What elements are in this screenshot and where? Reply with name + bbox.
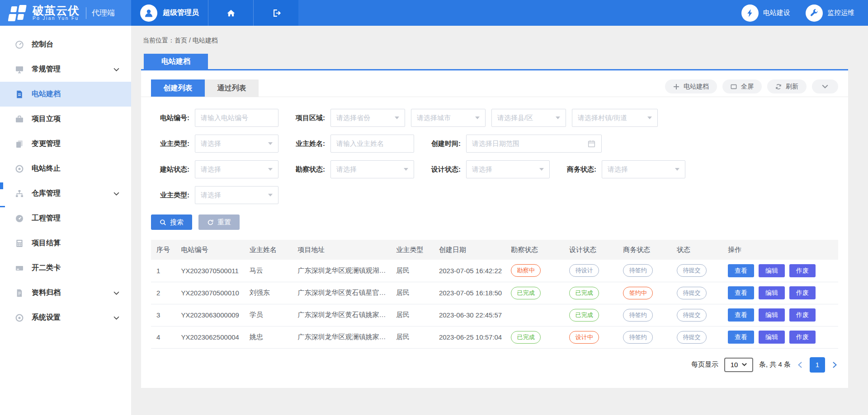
chevron-down-icon <box>822 84 828 90</box>
chevron-down-icon <box>113 191 119 196</box>
placeholder-text: 请选择日期范围 <box>472 140 519 148</box>
town-select[interactable]: 请选择村镇/街道 <box>572 109 658 127</box>
column-header: 设计状态 <box>566 240 619 260</box>
sidebar-item-data-archive[interactable]: 资料归档 <box>0 280 131 305</box>
table-row: 2YX2023070500010刘强东广东深圳龙华区黄石镇星官大...居民202… <box>151 282 838 304</box>
cell-business-status: 待签约 <box>619 326 673 348</box>
build-status-select[interactable]: 请选择 <box>195 160 278 178</box>
status-badge: 待提交 <box>677 287 707 299</box>
quick-link-monitor-ops[interactable]: 监控运维 <box>806 5 854 22</box>
status-badge: 已完成 <box>569 287 599 299</box>
quick-link-label: 监控运维 <box>827 9 854 17</box>
tab-create-list[interactable]: 创建列表 <box>151 79 205 97</box>
lightning-icon <box>741 5 759 22</box>
sidebar-item-general-management[interactable]: 常规管理 <box>0 57 131 82</box>
sidebar-item-project-settlement[interactable]: 项目结算 <box>0 231 131 256</box>
business-status-select[interactable]: 请选择 <box>602 160 685 178</box>
sidebar-item-change-management[interactable]: 变更管理 <box>0 131 131 156</box>
view-button[interactable]: 查看 <box>728 331 754 344</box>
cell-owner-type: 居民 <box>392 260 435 282</box>
prev-page-button[interactable] <box>797 361 804 368</box>
station-code-input[interactable]: 请输入电站编号 <box>195 109 278 127</box>
breadcrumb-current: 电站建档 <box>193 37 218 44</box>
user-menu[interactable]: 超级管理员 <box>131 0 208 26</box>
chevron-down-icon <box>113 290 119 296</box>
content-card: 创建列表 通过列表 电站建档 全屏 刷新 电站编 <box>141 69 848 388</box>
void-button[interactable]: 作废 <box>789 264 816 277</box>
column-header: 电站编号 <box>177 240 245 260</box>
quick-link-station-build[interactable]: 电站建设 <box>741 5 790 22</box>
void-button[interactable]: 作废 <box>789 286 816 299</box>
sidebar-item-project-initiation[interactable]: 项目立项 <box>0 107 131 131</box>
table-row: 3YX2023063000009学员广东深圳龙华区黄石镇姚家庄...居民2023… <box>151 304 838 326</box>
sidebar-item-engineering-management[interactable]: 工程管理 <box>0 206 131 231</box>
cell-index: 2 <box>151 282 177 304</box>
button-label: 电站建档 <box>684 83 709 91</box>
sidebar-scrollbar-thumb[interactable] <box>0 182 3 189</box>
page-tab-station-archive[interactable]: 电站建档 <box>144 54 208 69</box>
sidebar-item-station-archive[interactable]: 电站建档 <box>0 82 131 107</box>
logout-button[interactable] <box>253 0 298 26</box>
view-button[interactable]: 查看 <box>728 264 754 277</box>
next-page-button[interactable] <box>831 361 838 368</box>
chevron-left-icon <box>797 361 804 368</box>
district-select[interactable]: 请选择县/区 <box>491 109 566 127</box>
calendar-icon <box>587 140 596 148</box>
user-icon <box>143 8 154 19</box>
view-button[interactable]: 查看 <box>728 286 754 299</box>
placeholder-text: 请选择 <box>608 165 628 174</box>
caret-down-icon <box>395 117 399 119</box>
province-select[interactable]: 请选择省份 <box>330 109 405 127</box>
void-button[interactable]: 作废 <box>789 331 816 344</box>
table-row: 4YX2023062500004姚忠广东深圳龙华区观澜镇姚家庄...居民2023… <box>151 326 838 348</box>
placeholder-text: 请选择省份 <box>336 114 370 122</box>
edit-button[interactable]: 编辑 <box>759 264 785 277</box>
filter-group: 商务状态:请选择 <box>558 160 685 178</box>
sidebar-item-warehouse-management[interactable]: 仓库管理 <box>0 181 131 206</box>
monitor-icon <box>15 65 24 74</box>
create-time-range-input[interactable]: 请选择日期范围 <box>466 135 602 153</box>
cell-status-status: 待提交 <box>673 326 724 348</box>
filter-row: 电站编号:请输入电站编号项目区域:请选择省份请选择城市请选择县/区请选择村镇/街… <box>151 109 838 127</box>
sidebar-item-label: 项目结算 <box>32 238 61 248</box>
column-header: 操作 <box>724 240 838 260</box>
page-number-button[interactable]: 1 <box>810 357 825 373</box>
fullscreen-button[interactable]: 全屏 <box>722 79 762 93</box>
view-button[interactable]: 查看 <box>728 308 754 322</box>
design-status-select[interactable]: 请选择 <box>466 160 550 178</box>
cell-owner: 学员 <box>246 304 294 326</box>
app-title: 破茧云伏 <box>33 5 80 16</box>
survey-status-select[interactable]: 请选择 <box>330 160 414 178</box>
void-button[interactable]: 作废 <box>789 308 816 322</box>
collapse-button[interactable] <box>812 79 838 93</box>
filter-group: 设计状态:请选择 <box>422 160 550 178</box>
edit-button[interactable]: 编辑 <box>759 331 785 344</box>
cell-created: 2023-06-25 10:57:04 <box>435 326 507 348</box>
sidebar-item-station-termination[interactable]: 电站终止 <box>0 156 131 181</box>
filter-label: 设计状态: <box>422 165 466 174</box>
sidebar-item-second-class-card[interactable]: 开二类卡 <box>0 256 131 280</box>
tab-passed-list[interactable]: 通过列表 <box>205 79 259 97</box>
owner-type-select[interactable]: 请选择 <box>195 135 278 153</box>
create-station-button[interactable]: 电站建档 <box>665 79 717 93</box>
owner-name-input[interactable]: 请输入业主姓名 <box>330 135 414 153</box>
sidebar-item-system-settings[interactable]: 系统设置 <box>0 305 131 330</box>
cell-owner: 马云 <box>246 260 294 282</box>
edit-button[interactable]: 编辑 <box>759 286 785 299</box>
search-button[interactable]: 搜索 <box>151 214 192 230</box>
per-page-select[interactable]: 10 <box>724 358 753 372</box>
city-select[interactable]: 请选择城市 <box>411 109 486 127</box>
sidebar-item-console[interactable]: 控制台 <box>0 32 131 57</box>
cell-actions: 查看编辑作废 <box>724 282 838 304</box>
sidebar: 控制台常规管理电站建档项目立项变更管理电站终止仓库管理工程管理项目结算开二类卡资… <box>0 26 131 415</box>
owner-type-select-2[interactable]: 请选择 <box>195 186 278 204</box>
button-label: 刷新 <box>786 83 798 91</box>
refresh-button[interactable]: 刷新 <box>767 79 807 93</box>
breadcrumb-home[interactable]: 首页 <box>175 37 187 44</box>
reset-button[interactable]: 重置 <box>198 214 240 230</box>
filter-label: 业主类型: <box>151 191 195 200</box>
edit-button[interactable]: 编辑 <box>759 308 785 322</box>
sidebar-item-label: 常规管理 <box>32 65 61 74</box>
cell-code: YX2023063000009 <box>177 304 245 326</box>
home-button[interactable] <box>208 0 253 26</box>
